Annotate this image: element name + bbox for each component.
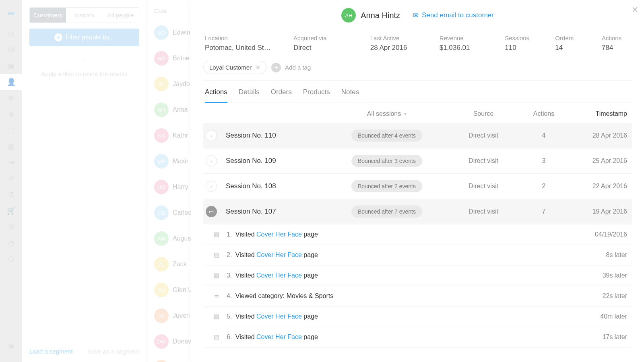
people-list-item[interactable]: JHJaydo [147, 71, 191, 97]
people-type-tabs: CustomersVisitorsAll people [29, 7, 139, 23]
event-link[interactable]: Cover Her Face [256, 272, 302, 279]
event-timestamp: 22s later [603, 292, 630, 300]
customer-avatar: AH [341, 8, 356, 23]
rail-nav-icon[interactable]: 👤 [0, 74, 22, 90]
session-row[interactable]: ›Session No. 108Bounced after 2 eventsDi… [203, 174, 632, 199]
people-list-item[interactable]: DWDonav [147, 329, 191, 354]
event-row[interactable]: ▤5. Visited Cover Her Face page40m later [203, 306, 632, 327]
people-list-item[interactable]: AWAugus [147, 226, 191, 251]
session-row[interactable]: ›Session No. 109Bounced after 3 eventsDi… [203, 148, 632, 174]
rail-nav-icon[interactable]: ⇥ [0, 154, 22, 171]
people-name: Carlee [173, 209, 191, 216]
people-name: Harry [173, 183, 188, 191]
people-list-item[interactable]: HOHarry [147, 174, 191, 200]
session-actions: 3 [520, 157, 568, 165]
people-tab[interactable]: Visitors [66, 8, 102, 23]
chevron-down-icon: ▾ [404, 111, 407, 117]
avatar: GU [154, 283, 169, 297]
event-row[interactable]: ▤1. Visited Cover Her Face page04/19/201… [203, 224, 632, 245]
rail-nav-icon[interactable]: ✉ [0, 42, 22, 58]
rail-nav-icon[interactable]: ⬡ [0, 251, 22, 267]
session-actions: 4 [520, 132, 568, 139]
people-tab[interactable]: Customers [30, 8, 66, 23]
event-link[interactable]: Cover Her Face [256, 333, 302, 340]
people-list-item[interactable]: EOEdwin [147, 20, 191, 45]
col-timestamp[interactable]: Timestamp [568, 110, 630, 117]
session-info-badge: Bounced after 3 events [351, 155, 422, 167]
detail-tab[interactable]: Orders [271, 88, 292, 103]
event-row[interactable]: ▤2. Visited Cover Her Face page8s later [203, 245, 632, 265]
avatar: AT [154, 360, 169, 362]
event-row[interactable]: ▤6. Visited Cover Her Face page17s later [203, 327, 632, 348]
event-row[interactable]: ≣4. Viewed category: Movies & Sports22s … [203, 286, 632, 306]
session-source: Direct visit [447, 157, 520, 165]
session-name: Session No. 110 [226, 132, 276, 139]
avatar: JG [154, 309, 169, 323]
stat-value-sessions: 110 [505, 44, 535, 52]
filter-people-button[interactable]: + Filter people by... [29, 29, 139, 46]
event-timestamp: 17s later [603, 333, 630, 341]
rail-nav-icon[interactable]: ◔ [0, 235, 22, 251]
session-timestamp: 19 Apr 2016 [568, 208, 630, 215]
people-list-item[interactable]: KAKathr [147, 123, 191, 148]
mail-icon: ✉ [413, 11, 419, 20]
people-list-item[interactable]: GUGlen U [147, 277, 191, 303]
rail-nav-icon[interactable]: ⊕ [0, 106, 22, 122]
people-name: Maxir [173, 158, 188, 165]
rail-nav-icon[interactable]: ◷ [0, 26, 22, 42]
send-email-link[interactable]: ✉ Send email to customer [413, 11, 494, 20]
session-row[interactable]: ›Session No. 110Bounced after 4 eventsDi… [203, 123, 632, 148]
tag-chip[interactable]: Loyal Customer ✕ [203, 61, 266, 74]
people-name: Anna [173, 106, 188, 113]
people-list-item[interactable]: ATAless [147, 354, 191, 362]
rail-nav-icon[interactable]: ⬚ [0, 122, 22, 138]
load-segment-link[interactable]: Load a segment [29, 348, 73, 355]
save-segment-link[interactable]: Save as a segment [88, 348, 139, 355]
event-type-icon: ▤ [211, 231, 222, 238]
people-list-header: Cust [147, 0, 191, 20]
people-list-item[interactable]: AHAnna [147, 97, 191, 123]
avatar: BG [154, 51, 169, 66]
people-list-item[interactable]: BGBritne [147, 45, 191, 71]
expand-icon[interactable]: ▭ [206, 206, 217, 217]
stat-value-location: Potomac, United Stat… [205, 44, 273, 52]
detail-tab[interactable]: Products [303, 88, 330, 103]
plus-icon: + [271, 63, 281, 72]
account-icon[interactable]: ◉ [0, 338, 22, 354]
people-list-item[interactable]: CBCarlee [147, 200, 191, 226]
tag-label: Loyal Customer [209, 64, 252, 71]
customer-stats: LocationPotomac, United Stat… Acquired v… [203, 29, 632, 59]
people-tab[interactable]: All people [103, 8, 139, 23]
rail-nav-icon[interactable]: 🛒 [0, 203, 22, 219]
detail-tab[interactable]: Details [239, 88, 260, 103]
filter-panel: CustomersVisitorsAll people + Filter peo… [22, 0, 147, 362]
event-type-icon: ▤ [211, 313, 222, 320]
avatar: MF [154, 154, 169, 169]
event-link[interactable]: Cover Her Face [256, 313, 302, 320]
session-row[interactable]: ▭Session No. 107Bounced after 7 eventsDi… [203, 199, 632, 224]
all-sessions-dropdown[interactable]: All sessions▾ [367, 110, 407, 117]
people-list-item[interactable]: ZLZack [147, 251, 191, 277]
remove-tag-icon[interactable]: ✕ [256, 64, 260, 71]
people-list-item[interactable]: JGJuven [147, 303, 191, 329]
detail-tab[interactable]: Actions [205, 88, 227, 103]
people-list-item[interactable]: MFMaxir [147, 148, 191, 174]
expand-icon[interactable]: › [206, 181, 217, 192]
event-row[interactable]: ▤3. Visited Cover Her Face page39s later [203, 265, 632, 286]
rail-nav-icon[interactable]: ▣ [0, 58, 22, 74]
rail-nav-icon[interactable]: ⚗ [0, 187, 22, 203]
avatar: AW [154, 231, 169, 246]
detail-tab[interactable]: Notes [341, 88, 359, 103]
event-timestamp: 40m later [600, 313, 630, 320]
event-link[interactable]: Cover Her Face [256, 231, 302, 238]
rail-nav-icon[interactable]: 👁 [0, 90, 22, 106]
event-link[interactable]: Cover Her Face [256, 251, 302, 258]
session-timestamp: 28 Apr 2016 [568, 132, 630, 139]
rail-nav-icon[interactable]: ▥ [0, 138, 22, 154]
rail-nav-icon[interactable]: ⚙ [0, 219, 22, 235]
rail-nav-icon[interactable]: ↺ [0, 171, 22, 187]
add-tag-button[interactable]: + Add a tag [271, 63, 311, 72]
expand-icon[interactable]: › [206, 130, 217, 141]
expand-icon[interactable]: › [206, 155, 217, 167]
close-icon[interactable]: ✕ [632, 5, 638, 14]
